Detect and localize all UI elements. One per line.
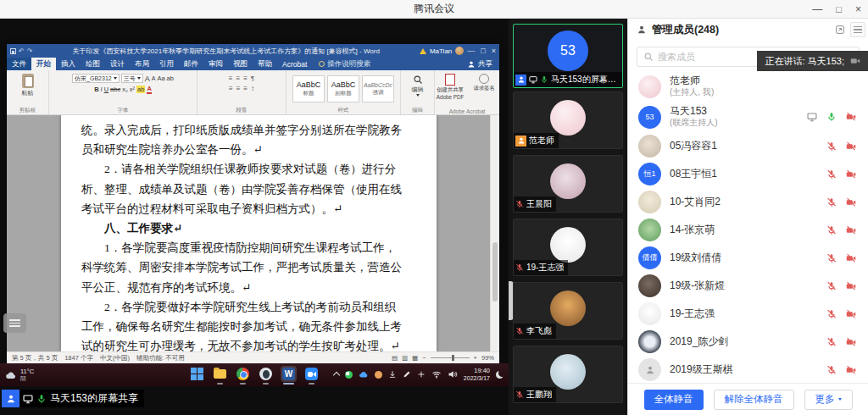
word-document-area[interactable]: 统。录入完成后，打印纸质版成绩单并签字分别送所在学院教务 员和研究生院培养办公室… bbox=[7, 115, 499, 351]
volume-icon[interactable] bbox=[448, 369, 458, 379]
underline-button[interactable]: U bbox=[104, 86, 108, 93]
panel-menu-icon[interactable] bbox=[850, 22, 865, 37]
app-circle-icon[interactable] bbox=[258, 366, 274, 382]
camera-off-icon[interactable] bbox=[846, 225, 856, 235]
member-row[interactable]: 05冯容容1 bbox=[628, 132, 868, 160]
tray-expand-icon[interactable] bbox=[333, 372, 340, 379]
member-row[interactable]: 恒1 08王宇恒1 bbox=[628, 160, 868, 188]
print-layout-icon[interactable]: ▥ bbox=[402, 354, 408, 362]
save-icon[interactable] bbox=[10, 48, 16, 54]
taskbar-weather-widget[interactable]: 11°C 阴 bbox=[5, 368, 34, 382]
camera-off-icon[interactable] bbox=[846, 365, 856, 375]
camera-off-icon[interactable] bbox=[846, 281, 856, 291]
unmute-all-button[interactable]: 解除全体静音 bbox=[714, 390, 794, 410]
tab-review[interactable]: 审阅 bbox=[203, 58, 228, 70]
member-row[interactable]: 倩倩 19级刘倩倩 bbox=[628, 244, 868, 272]
member-row[interactable]: 53 马天153 (联席主持人) bbox=[628, 102, 868, 132]
zoom-level[interactable]: 99% bbox=[481, 354, 494, 362]
undo-icon[interactable]: ↶ bbox=[19, 47, 25, 55]
screen-share-icon[interactable] bbox=[807, 112, 817, 122]
italic-button[interactable]: I bbox=[101, 86, 103, 93]
member-row[interactable]: 19-王志强 bbox=[628, 300, 868, 328]
change-case-button[interactable]: Aa bbox=[157, 75, 164, 82]
request-signature-button[interactable]: 请求签名 bbox=[470, 74, 498, 100]
editing-button[interactable]: 编辑 bbox=[412, 75, 424, 97]
align-left-button[interactable]: ≡ bbox=[229, 85, 233, 92]
download-icon[interactable] bbox=[388, 370, 397, 379]
tab-view[interactable]: 视图 bbox=[228, 58, 253, 70]
strikethrough-button[interactable]: abc bbox=[110, 86, 120, 93]
close-button[interactable]: × bbox=[855, 0, 861, 19]
document-scrollbar[interactable] bbox=[490, 115, 499, 351]
word-account-avatar[interactable] bbox=[455, 47, 464, 55]
member-row[interactable]: 19级-张新煜 bbox=[628, 272, 868, 300]
word-minimize-button[interactable]: — bbox=[467, 47, 475, 55]
chrome-icon[interactable] bbox=[235, 366, 251, 382]
video-tile[interactable]: 19-王志强 bbox=[513, 219, 623, 276]
word-restore-button[interactable]: □ bbox=[481, 47, 485, 55]
page-indicator[interactable]: 第 5 页，共 5 页 bbox=[12, 354, 58, 362]
mic-off-icon[interactable] bbox=[826, 169, 837, 180]
tray-green-icon[interactable] bbox=[345, 371, 353, 379]
highlight-button[interactable]: ab bbox=[136, 86, 145, 93]
word-close-button[interactable]: × bbox=[492, 47, 496, 55]
bullets-button[interactable]: ≡ bbox=[229, 75, 233, 82]
video-tile-sharer[interactable]: 53 马天153的屏幕共... bbox=[513, 24, 623, 88]
member-row[interactable]: 2019_陈少剑 bbox=[628, 328, 868, 356]
mic-off-icon[interactable] bbox=[826, 281, 837, 291]
style-subtitle[interactable]: AaBbC 副标题 bbox=[327, 75, 359, 102]
taskbar-clock[interactable]: 19:40 2022/3/17 bbox=[464, 368, 490, 382]
member-row[interactable]: 10-艾肖同2 bbox=[628, 188, 868, 216]
mic-off-icon[interactable] bbox=[826, 253, 837, 263]
line-spacing-button[interactable]: ↕ bbox=[251, 85, 254, 92]
mute-all-button[interactable]: 全体静音 bbox=[644, 390, 704, 410]
tab-references[interactable]: 引用 bbox=[154, 58, 179, 70]
video-tile[interactable]: 王鹏翔 bbox=[513, 346, 623, 403]
more-button[interactable]: 更多 bbox=[804, 390, 853, 410]
mic-off-icon[interactable] bbox=[826, 337, 837, 347]
camera-off-icon[interactable] bbox=[846, 112, 856, 122]
tab-layout[interactable]: 布局 bbox=[130, 58, 154, 70]
wifi-icon[interactable] bbox=[431, 369, 442, 379]
web-layout-icon[interactable]: ▦ bbox=[412, 354, 418, 362]
video-tile[interactable]: 王晨阳 bbox=[513, 155, 623, 213]
zoom-slider[interactable] bbox=[431, 357, 470, 358]
scrollbar-thumb[interactable] bbox=[492, 242, 498, 302]
member-list[interactable]: 范老师 (主持人, 我) 53 马天153 (联席主持人) 05冯容容1 bbox=[628, 71, 868, 383]
redo-icon[interactable]: ↷ bbox=[27, 47, 33, 55]
language-indicator[interactable]: 中文(中国) bbox=[100, 354, 130, 362]
file-explorer-icon[interactable] bbox=[212, 366, 228, 382]
subscript-button[interactable]: x₂ bbox=[122, 86, 128, 93]
camera-off-icon[interactable] bbox=[846, 253, 856, 263]
tray-orange-icon[interactable] bbox=[375, 371, 382, 379]
popout-icon[interactable] bbox=[835, 25, 845, 35]
clear-format-button[interactable]: ab bbox=[167, 75, 174, 82]
video-tile[interactable]: 李飞彪 bbox=[513, 282, 623, 340]
pen-icon[interactable] bbox=[403, 370, 411, 379]
font-name-select[interactable]: 仿宋_GB2312 bbox=[72, 74, 120, 83]
tab-help[interactable]: 帮助 bbox=[253, 58, 277, 70]
member-row[interactable]: 2019级王斯棋 bbox=[628, 356, 868, 383]
word-share-button[interactable]: 共享 bbox=[460, 58, 499, 70]
create-share-pdf-button[interactable]: 创建并共享 Adobe PDF bbox=[436, 74, 465, 100]
mic-off-icon[interactable] bbox=[826, 365, 837, 375]
plus-icon[interactable] bbox=[417, 370, 426, 379]
numbering-button[interactable]: ≡ bbox=[236, 75, 241, 82]
bold-button[interactable]: B bbox=[94, 86, 98, 93]
style-heading[interactable]: AaBbC 标题 bbox=[292, 75, 325, 102]
paragraph-marks-button[interactable]: ¶ bbox=[251, 75, 254, 82]
tencent-meeting-taskbar-icon[interactable] bbox=[303, 366, 320, 382]
mic-off-icon[interactable] bbox=[826, 309, 837, 319]
document-page[interactable]: 统。录入完成后，打印纸质版成绩单并签字分别送所在学院教务 员和研究生院培养办公室… bbox=[61, 115, 437, 351]
mic-off-icon[interactable] bbox=[826, 225, 837, 235]
align-right-button[interactable]: ≡ bbox=[243, 85, 248, 92]
zoom-in-button[interactable]: + bbox=[474, 354, 477, 362]
accessibility-status[interactable]: 辅助功能: 不可用 bbox=[136, 354, 185, 362]
tab-insert[interactable]: 插入 bbox=[56, 58, 81, 70]
font-color-button[interactable]: A bbox=[147, 85, 151, 94]
start-button[interactable] bbox=[189, 366, 205, 382]
shared-screen-view[interactable]: ↶ ↷ 关于印发《西安科技大学2021年秋季学期研究生期末考试线上考试工作方案》… bbox=[0, 19, 509, 415]
member-row[interactable]: 范老师 (主持人, 我) bbox=[628, 71, 868, 102]
word-taskbar-icon[interactable]: W bbox=[281, 366, 297, 382]
superscript-button[interactable]: x² bbox=[130, 86, 135, 93]
